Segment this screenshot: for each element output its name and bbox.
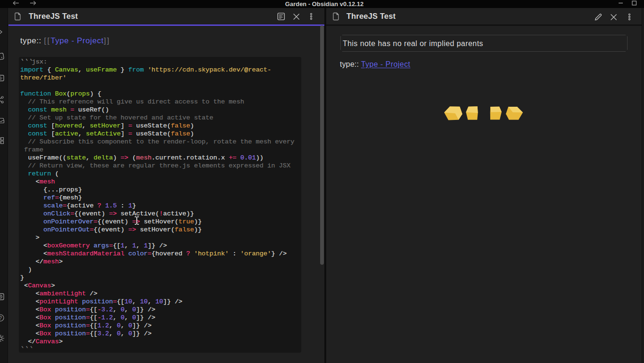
svg-text:?: ? — [0, 316, 2, 321]
